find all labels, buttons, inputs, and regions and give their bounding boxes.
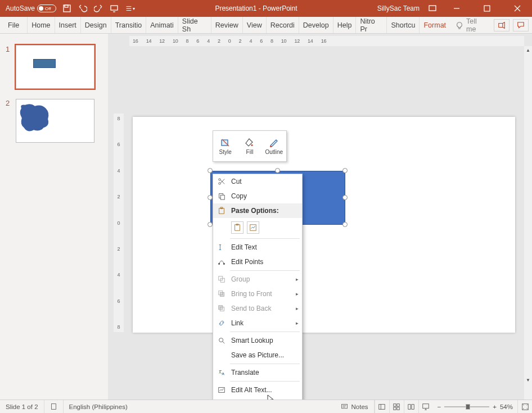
document-title: Presentation1 - PowerPoint: [135, 4, 377, 12]
zoom-in-button[interactable]: +: [493, 403, 497, 410]
tab-recording[interactable]: Recordi: [266, 17, 299, 33]
ctx-smart-lookup[interactable]: Smart Lookup: [213, 333, 302, 348]
ctx-cut[interactable]: Cut: [213, 174, 302, 189]
svg-rect-15: [219, 264, 220, 265]
resize-handle[interactable]: [208, 195, 213, 200]
ctx-bring-to-front[interactable]: Bring to Front▸: [213, 287, 302, 301]
language-status[interactable]: English (Philippines): [64, 400, 133, 413]
svg-rect-10: [219, 208, 224, 214]
svg-rect-2: [111, 6, 118, 10]
tab-view[interactable]: View: [242, 17, 266, 33]
ribbon-tabs: File Home Insert Design Transitio Animat…: [0, 17, 532, 34]
style-button[interactable]: Style: [213, 131, 237, 161]
ctx-send-to-back[interactable]: Send to Back▸: [213, 301, 302, 316]
notes-button[interactable]: Notes: [335, 400, 374, 413]
edit-text-icon: [217, 242, 227, 252]
resize-handle[interactable]: [342, 222, 348, 227]
list-icon[interactable]: ▾: [125, 3, 135, 13]
send-back-icon: [217, 303, 227, 314]
translate-icon: [217, 367, 227, 378]
ribbon-display-icon[interactable]: [427, 3, 438, 13]
normal-view-button[interactable]: [375, 400, 389, 414]
alt-text-icon: [217, 385, 227, 395]
resize-handle[interactable]: [208, 168, 213, 173]
reading-view-button[interactable]: [404, 400, 418, 414]
save-icon[interactable]: [62, 3, 72, 13]
svg-rect-34: [423, 403, 429, 408]
fill-button[interactable]: Fill: [237, 131, 262, 161]
comments-button[interactable]: [513, 19, 529, 31]
paste-use-destination-theme[interactable]: [231, 221, 244, 234]
resize-handle[interactable]: [275, 168, 280, 173]
accessibility-check[interactable]: [44, 400, 64, 413]
svg-rect-32: [394, 407, 396, 409]
tab-help[interactable]: Help: [333, 17, 356, 33]
tab-slideshow[interactable]: Slide Sh: [178, 17, 211, 33]
close-button[interactable]: [506, 0, 529, 17]
slideshow-button[interactable]: [418, 400, 433, 414]
tab-file[interactable]: File: [0, 17, 27, 33]
zoom-level[interactable]: 54%: [500, 403, 513, 410]
tab-developer[interactable]: Develop: [299, 17, 333, 33]
resize-handle[interactable]: [342, 168, 348, 173]
maximize-button[interactable]: [476, 0, 498, 17]
ctx-group[interactable]: Group▸: [213, 272, 302, 287]
slide-sorter-button[interactable]: [389, 400, 404, 414]
link-icon: [217, 318, 227, 328]
svg-point-23: [219, 338, 223, 342]
zoom-slider[interactable]: [444, 406, 489, 407]
ctx-translate[interactable]: Translate: [213, 365, 302, 380]
redo-icon[interactable]: [93, 3, 103, 13]
thumbnail-shape: [33, 59, 56, 68]
slide-counter[interactable]: Slide 1 of 2: [0, 400, 44, 413]
status-bar: Slide 1 of 2 English (Philippines) Notes…: [0, 400, 532, 413]
tab-shortcut[interactable]: Shortcu: [386, 17, 419, 33]
ctx-copy[interactable]: Copy: [213, 189, 302, 203]
tell-me-search[interactable]: Tell me: [450, 17, 494, 33]
tab-transitions[interactable]: Transitio: [111, 17, 146, 33]
tab-animations[interactable]: Animati: [146, 17, 178, 33]
tab-insert[interactable]: Insert: [55, 17, 80, 33]
user-name[interactable]: SillySac Team: [377, 4, 420, 12]
svg-rect-28: [342, 404, 348, 408]
vertical-ruler: 864202468: [114, 114, 124, 332]
tab-review[interactable]: Review: [211, 17, 242, 33]
ctx-paste-options-header: Paste Options:: [213, 203, 302, 218]
share-button[interactable]: [494, 19, 510, 31]
vertical-scrollbar[interactable]: ▲ ▼: [524, 46, 532, 400]
ctx-edit-text[interactable]: Edit Text: [213, 240, 302, 255]
svg-rect-29: [379, 404, 385, 409]
tab-design[interactable]: Design: [80, 17, 111, 33]
context-menu: Cut Copy Paste Options: Edit Text Edit P…: [213, 174, 303, 413]
svg-rect-16: [224, 264, 225, 265]
slide-thumbnail-2[interactable]: [16, 99, 94, 143]
paste-as-picture[interactable]: [247, 221, 259, 234]
tab-format[interactable]: Format: [419, 17, 450, 33]
slide-number: 1: [6, 45, 12, 89]
svg-rect-3: [429, 6, 436, 11]
fit-to-window-button[interactable]: [517, 400, 532, 414]
ctx-link[interactable]: Link▸: [213, 316, 302, 330]
minimize-button[interactable]: [445, 0, 468, 17]
scroll-down-icon[interactable]: ▼: [524, 376, 532, 384]
outline-button[interactable]: Outline: [262, 131, 286, 161]
ctx-save-as-picture[interactable]: Save as Picture...: [213, 348, 302, 362]
zoom-control[interactable]: − + 54%: [433, 403, 517, 410]
tab-home[interactable]: Home: [27, 17, 54, 33]
ctx-edit-alt-text[interactable]: Edit Alt Text...: [213, 383, 302, 397]
resize-handle[interactable]: [208, 222, 213, 227]
undo-icon[interactable]: [78, 3, 88, 13]
svg-rect-4: [484, 6, 490, 11]
slide-thumbnail-1[interactable]: [16, 45, 94, 89]
resize-handle[interactable]: [342, 195, 348, 200]
slide-canvas[interactable]: [133, 117, 515, 333]
tab-nitropro[interactable]: Nitro Pr: [355, 17, 386, 33]
autosave-toggle[interactable]: AutoSave Off: [6, 4, 56, 12]
ctx-paste-options: [213, 218, 302, 237]
start-from-beginning-icon[interactable]: [109, 3, 119, 13]
svg-point-7: [219, 179, 221, 181]
ctx-edit-points[interactable]: Edit Points: [213, 255, 302, 269]
paint-blob-icon: [19, 103, 51, 133]
zoom-out-button[interactable]: −: [438, 403, 441, 410]
scroll-up-icon[interactable]: ▲: [524, 46, 532, 54]
